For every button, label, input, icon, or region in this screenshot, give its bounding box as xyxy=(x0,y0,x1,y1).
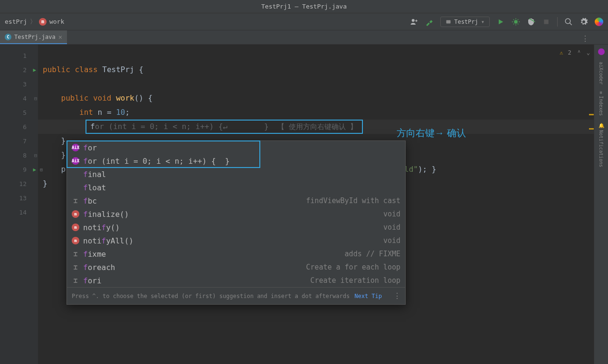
colorwheel-icon[interactable] xyxy=(595,18,603,26)
match: f xyxy=(83,276,88,285)
run-config-label: TestPrj xyxy=(454,19,478,25)
editor-more-icon[interactable]: ⋮ xyxy=(581,34,589,43)
kw: public xyxy=(43,65,70,74)
method-icon: m xyxy=(72,210,79,218)
hammer-icon[interactable] xyxy=(425,18,434,26)
breadcrumb[interactable]: estPrj 〉 m work xyxy=(5,18,64,26)
desc: Create a for each loop xyxy=(306,263,400,271)
kw: int xyxy=(79,108,93,117)
warning-marker[interactable] xyxy=(589,128,594,130)
template-icon: ⌶ xyxy=(72,197,79,205)
window-title: TestPrj1 – TestPrj.java xyxy=(261,3,347,10)
notifications-tab[interactable]: 🔔 Notifications xyxy=(598,122,604,167)
completion-item[interactable]: AiXfor xyxy=(67,141,405,154)
line-number: 12 xyxy=(19,180,27,187)
line-number: 9 xyxy=(23,166,27,173)
warning-marker[interactable] xyxy=(589,114,594,115)
inline-suggestion[interactable]: for (int i = 0; i < n; i++) {↵ } 【 使用方向右… xyxy=(86,120,363,134)
match: f xyxy=(102,223,106,232)
text: or (int i = 0; i < n; i++) { } xyxy=(88,157,230,166)
editor-tabs: C TestPrj.java × xyxy=(0,30,608,45)
ghost-code: or (int i = 0; i < n; i++) {↵ xyxy=(95,122,228,131)
completion-item[interactable]: final xyxy=(67,168,405,181)
type: void xyxy=(383,223,400,232)
text: or xyxy=(88,143,97,152)
paren: () { xyxy=(134,93,153,103)
desc: findViewById with cast xyxy=(306,196,400,205)
brace: } xyxy=(43,179,48,188)
annotation-right-arrow: 方向右键→ 确认 xyxy=(397,128,466,138)
brace: } xyxy=(61,150,66,159)
gutter: 1 2▶ 3 4⊟ 5 6 7 8⊟ 9▶⊞ 12 13 14 xyxy=(0,45,38,364)
next-tip-link[interactable]: Next Tip xyxy=(354,293,382,299)
svg-point-4 xyxy=(565,19,570,24)
svg-rect-1 xyxy=(446,20,451,23)
aixcoder-icon[interactable] xyxy=(598,48,605,55)
match: f xyxy=(83,183,88,192)
completion-item[interactable]: mnotify()void xyxy=(67,221,405,234)
ghost-gap: } xyxy=(228,122,269,131)
aix-icon: AiX xyxy=(72,144,79,151)
hint-instruction: 【 使用方向右键确认 】 xyxy=(273,120,362,134)
text: yAll() xyxy=(106,236,133,245)
label: Notifications xyxy=(598,130,604,167)
completion-item[interactable]: ⌶foriCreate iteration loop xyxy=(67,274,405,287)
line-number: 3 xyxy=(23,81,27,88)
run-gutter-icon[interactable]: ▶ xyxy=(33,167,36,173)
add-user-icon[interactable] xyxy=(410,18,418,26)
toolbar: TestPrj ▾ xyxy=(410,17,603,27)
tab-testprj[interactable]: C TestPrj.java × xyxy=(0,30,67,44)
breadcrumb-sep: 〉 xyxy=(30,18,36,26)
svg-point-2 xyxy=(514,20,518,24)
run-config-dropdown[interactable]: TestPrj ▾ xyxy=(440,17,490,27)
more-icon[interactable]: ⋮ xyxy=(393,291,400,300)
aixcoder-tab[interactable]: aiXcoder xyxy=(598,62,604,84)
method-icon: m xyxy=(72,237,79,244)
template-icon: ⌶ xyxy=(72,250,79,258)
run-gutter-icon[interactable]: ▶ xyxy=(33,67,36,73)
type: void xyxy=(383,236,400,245)
text: bc xyxy=(88,196,97,205)
brace: } xyxy=(61,136,66,145)
match: f xyxy=(83,263,88,272)
gear-icon[interactable] xyxy=(580,18,588,26)
search-icon[interactable] xyxy=(564,18,573,26)
right-tool-strip: aiXcoder ≡ Indexes 🔔 Notifications xyxy=(594,45,608,364)
class-name: TestPrj xyxy=(102,65,134,74)
coverage-icon[interactable] xyxy=(527,18,535,26)
aix-icon: AiX xyxy=(72,157,79,165)
type: void xyxy=(383,210,400,218)
template-icon: ⌶ xyxy=(72,277,79,284)
text: inalize() xyxy=(88,210,129,219)
completion-popup[interactable]: AiXfor AiXfor (int i = 0; i < n; i++) { … xyxy=(66,140,406,305)
match: f xyxy=(83,170,88,179)
completion-item[interactable]: mfinalize()void xyxy=(67,207,405,221)
breadcrumb-method[interactable]: work xyxy=(49,18,64,25)
completion-item[interactable]: ⌶foreachCreate a for each loop xyxy=(67,261,405,274)
completion-item[interactable]: ⌶fbcfindViewById with cast xyxy=(67,194,405,207)
line-number: 1 xyxy=(23,52,27,59)
completion-item[interactable]: mnotifyAll()void xyxy=(67,234,405,247)
java-class-icon: C xyxy=(5,34,11,40)
indexes-tab[interactable]: ≡ Indexes xyxy=(598,91,604,116)
completion-item[interactable]: float xyxy=(67,181,405,194)
completion-item[interactable]: AiXfor (int i = 0; i < n; i++) { } xyxy=(67,154,405,168)
debug-icon[interactable] xyxy=(512,18,520,26)
fold-icon[interactable]: ⊟ xyxy=(34,153,37,158)
line-number: 5 xyxy=(23,109,27,116)
run-icon[interactable] xyxy=(496,18,505,26)
text: y() xyxy=(106,223,120,232)
desc: adds // FIXME xyxy=(345,250,400,258)
completion-item[interactable]: ⌶fixmeadds // FIXME xyxy=(67,247,405,261)
stop-icon[interactable] xyxy=(542,18,551,26)
line-number: 8 xyxy=(23,152,27,159)
text: oreach xyxy=(88,263,115,272)
number: 10 xyxy=(116,108,125,117)
text: ori xyxy=(88,276,102,285)
breadcrumb-root[interactable]: estPrj xyxy=(5,18,27,25)
close-icon[interactable]: × xyxy=(58,33,62,41)
method-name: work xyxy=(116,93,134,103)
method-icon: m xyxy=(72,224,79,231)
fold-icon[interactable]: ⊟ xyxy=(34,96,37,101)
kw: class xyxy=(75,65,97,74)
